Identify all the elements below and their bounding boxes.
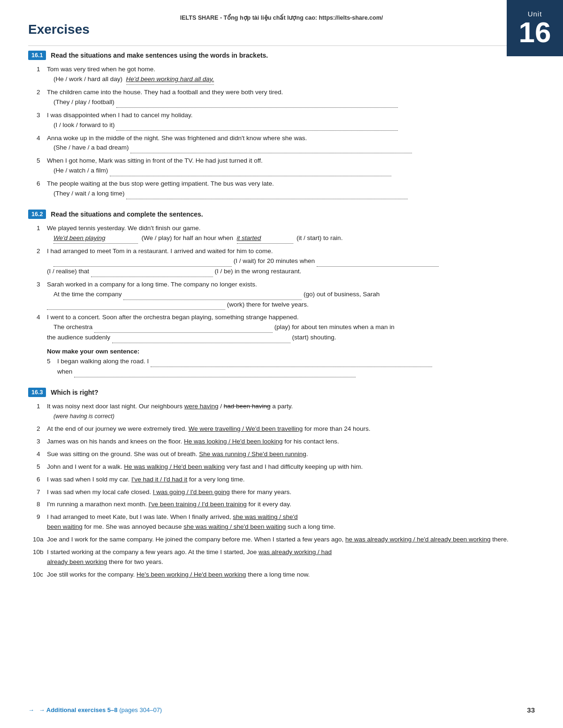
item-num: 2 — [37, 424, 40, 434]
section-16-3-title: Which is right? — [51, 389, 98, 396]
section-16-1-title: Read the situations and make sentences u… — [51, 52, 268, 59]
section-16-3-header: 16.3 Which is right? — [28, 388, 535, 397]
item-sub: We'd been playing (We / play) for half a… — [47, 234, 342, 241]
blank — [317, 256, 439, 267]
unit-badge: Unit 16 — [507, 0, 563, 56]
correct-note: (were having is correct) — [47, 413, 114, 420]
answer-text: We'd been playing — [53, 233, 138, 244]
blank — [94, 323, 273, 333]
blank — [53, 256, 232, 267]
item-num: 10c — [33, 570, 43, 580]
option: were having — [184, 403, 219, 410]
footer: → → Additional exercises 5–8 (pages 304–… — [28, 706, 535, 714]
option: We were travelling / We'd been travellin… — [189, 425, 303, 432]
list-item: 5 When I got home, Mark was sitting in f… — [47, 156, 535, 176]
option: she was waiting / she'd been waiting — [183, 523, 286, 530]
list-item: 4 I went to a concert. Soon after the or… — [47, 313, 535, 343]
option: He was looking / He'd been looking — [184, 438, 282, 445]
item-sub: At the time the company (go) out of busi… — [47, 291, 380, 308]
option: She was running / She'd been running — [199, 450, 306, 458]
list-item: 1 Tom was very tired when he got home. (… — [47, 65, 535, 85]
blank — [112, 333, 290, 343]
option: He was walking / He'd been walking — [124, 463, 225, 470]
item-sub: (He / work / hard all day) He'd been wor… — [47, 75, 214, 83]
header-top: IELTS SHARE - Tổng hợp tài liệu chất lượ… — [28, 14, 535, 21]
item-num: 2 — [37, 247, 40, 256]
blank — [110, 166, 391, 176]
item-num: 6 — [37, 179, 40, 189]
item-num: 4 — [37, 450, 40, 459]
item-sub: (They / play / football) — [47, 98, 398, 105]
section-16-3-list: 1 It was noisy next door last night. Our… — [28, 402, 535, 580]
item-num: 3 — [37, 111, 40, 120]
blank — [116, 98, 398, 108]
item-num: 1 — [37, 65, 40, 75]
item-num: 10a — [33, 535, 44, 545]
section-16-1-badge: 16.1 — [28, 51, 46, 60]
blank — [126, 189, 408, 199]
item-num: 9 — [37, 512, 40, 522]
blank — [47, 300, 225, 310]
section-16-1-header: 16.1 Read the situations and make senten… — [28, 51, 535, 60]
list-item: 2 I had arranged to meet Tom in a restau… — [47, 247, 535, 277]
blank — [91, 267, 213, 277]
now-make-label: Now make your own sentence: — [47, 348, 535, 355]
item-sub: (I / wait) for 20 minutes when (I / real… — [47, 257, 439, 275]
option: was already working / hadalready been wo… — [47, 548, 332, 565]
item-num: 10b — [33, 548, 44, 557]
list-item: 3 I was disappointed when I had to cance… — [47, 111, 535, 131]
blank — [116, 120, 398, 131]
list-item: 1 We played tennis yesterday. We didn't … — [47, 224, 535, 244]
additional-label: → Additional exercises 5–8 (pages 304–07… — [39, 706, 162, 713]
item-num: 7 — [37, 488, 40, 497]
page-number: 33 — [527, 706, 535, 714]
section-16-3-badge: 16.3 — [28, 388, 46, 397]
header-exercises: Exercises — [28, 22, 535, 37]
item-num: 4 — [37, 134, 40, 143]
list-item: 7 I was sad when my local cafe closed. I… — [47, 488, 535, 497]
section-16-2-list: 1 We played tennis yesterday. We didn't … — [28, 224, 535, 343]
now-make-section: Now make your own sentence: 5 I began wa… — [28, 348, 535, 377]
now-make-list: 5 I began walking along the road. I when — [47, 357, 535, 377]
blank — [123, 290, 302, 300]
item-num: 6 — [37, 475, 40, 485]
unit-number: 16 — [519, 18, 551, 47]
blank — [74, 367, 356, 377]
header-top-text: IELTS SHARE - Tổng hợp tài liệu chất lượ… — [180, 15, 383, 21]
section-16-1-list: 1 Tom was very tired when he got home. (… — [28, 65, 535, 199]
answer-text: He'd been working hard all day. — [126, 75, 214, 85]
list-item: 10b I started working at the company a f… — [47, 548, 535, 567]
footer-additional: → → Additional exercises 5–8 (pages 304–… — [28, 706, 162, 713]
list-item: 6 The people waiting at the bus stop wer… — [47, 179, 535, 199]
list-item: 2 The children came into the house. They… — [47, 88, 535, 108]
list-item: 10c Joe still works for the company. He'… — [47, 570, 535, 580]
item-num: 5 — [37, 156, 40, 166]
item-sub: The orchestra (play) for about ten minut… — [47, 323, 395, 341]
item-num: 3 — [37, 437, 40, 447]
item-num: 5 — [47, 357, 51, 367]
list-item: 6 I was sad when I sold my car. I've had… — [47, 475, 535, 485]
option: I've had it / I'd had it — [131, 476, 187, 483]
blank — [151, 357, 432, 367]
option: had been having — [224, 403, 271, 410]
item-sub: (He / watch / a film) — [47, 167, 391, 174]
item-sub: (She / have / a bad dream) — [47, 144, 412, 151]
item-num: 4 — [37, 313, 40, 323]
item-sub: (I / look / forward to it) — [47, 121, 398, 128]
section-16-3: 16.3 Which is right? 1 It was noisy next… — [28, 388, 535, 580]
section-16-2-title: Read the situations and complete the sen… — [51, 210, 203, 218]
list-item: 3 James was on his hands and knees on th… — [47, 437, 535, 447]
section-16-2-header: 16.2 Read the situations and complete th… — [28, 210, 535, 219]
item-num: 1 — [37, 224, 40, 233]
item-sub: (They / wait / a long time) — [47, 190, 408, 197]
list-item: 2 At the end of our journey we were extr… — [47, 424, 535, 434]
section-16-1: 16.1 Read the situations and make senten… — [28, 51, 535, 199]
list-item: 5 I began walking along the road. I when — [57, 357, 535, 377]
list-item: 3 Sarah worked in a company for a long t… — [47, 280, 535, 310]
list-item: 10a Joe and I work for the same company.… — [47, 535, 535, 545]
list-item: 8 I'm running a marathon next month. I'v… — [47, 500, 535, 510]
list-item: 4 Sue was sitting on the ground. She was… — [47, 450, 535, 459]
option: I was going / I'd been going — [153, 488, 230, 495]
section-16-2: 16.2 Read the situations and complete th… — [28, 210, 535, 377]
item-num: 5 — [37, 462, 40, 472]
